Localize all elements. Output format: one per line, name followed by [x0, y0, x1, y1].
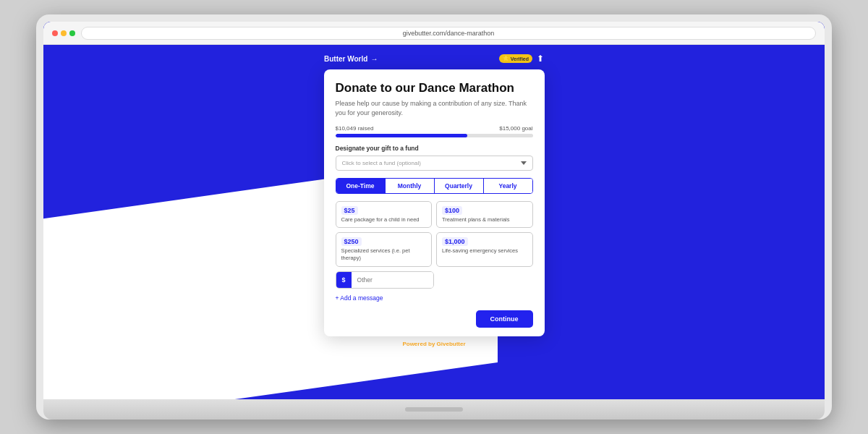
- amount-card-250[interactable]: $250 Specialized services (i.e. pet ther…: [336, 232, 433, 267]
- modal-subtitle: Please help our cause by making a contri…: [336, 99, 533, 117]
- amount-desc-250: Specialized services (i.e. pet therapy): [341, 247, 427, 262]
- progress-goal: $15,000 goal: [499, 125, 532, 132]
- frequency-tabs: One-Time Monthly Quarterly Yearly: [336, 178, 533, 194]
- amount-value-1000: $1,000: [442, 237, 468, 246]
- verified-label: Verified: [511, 56, 529, 61]
- content-area: Butter World → ⭐ Verified ⬆ Donate to ou…: [43, 45, 825, 399]
- brand-name: Butter World: [324, 55, 367, 63]
- tab-monthly[interactable]: Monthly: [385, 179, 434, 193]
- amount-desc-100: Treatment plans & materials: [442, 216, 527, 224]
- laptop-screen: givebutter.com/dance-marathon Butter Wor…: [43, 22, 825, 399]
- browser-url: givebutter.com/dance-marathon: [81, 27, 816, 40]
- amount-grid: $25 Care package for a child in need $10…: [336, 201, 533, 267]
- add-message-link[interactable]: + Add a message: [336, 294, 533, 302]
- laptop-notch: [405, 407, 463, 412]
- amount-value-250: $250: [341, 237, 362, 246]
- fund-select[interactable]: Click to select a fund (optional): [336, 156, 533, 171]
- btn-row: Continue: [336, 310, 533, 328]
- verified-badge: ⭐ Verified: [499, 54, 532, 63]
- progress-fill: [336, 134, 468, 137]
- verified-star: ⭐: [503, 56, 509, 61]
- amount-value-100: $100: [442, 206, 462, 215]
- amount-row-250: $250: [341, 237, 427, 246]
- amount-card-100[interactable]: $100 Treatment plans & materials: [436, 201, 533, 229]
- progress-bar: [336, 134, 533, 137]
- amount-row-1000: $1,000: [442, 237, 527, 246]
- amount-card-25[interactable]: $25 Care package for a child in need: [336, 201, 433, 229]
- donation-modal: Donate to our Dance Marathon Please help…: [324, 69, 545, 336]
- amount-desc-25: Care package for a child in need: [341, 216, 427, 224]
- tab-quarterly[interactable]: Quarterly: [434, 179, 483, 193]
- progress-row: $10,049 raised $15,000 goal: [336, 125, 533, 132]
- browser-dots: [52, 30, 75, 36]
- nav-brand: Butter World →: [324, 55, 378, 63]
- dot-green: [69, 30, 75, 36]
- nav-arrow: →: [370, 55, 378, 63]
- progress-raised: $10,049 raised: [336, 125, 374, 132]
- laptop: givebutter.com/dance-marathon Butter Wor…: [36, 14, 832, 420]
- browser-bar: givebutter.com/dance-marathon: [43, 22, 825, 45]
- dot-yellow: [61, 30, 67, 36]
- laptop-base: [43, 399, 825, 420]
- powered-by-text: Powered by: [402, 341, 435, 347]
- top-nav: Butter World → ⭐ Verified ⬆: [318, 51, 550, 67]
- custom-prefix: $: [336, 272, 352, 288]
- amount-value-25: $25: [341, 206, 358, 215]
- amount-row-25: $25: [341, 206, 427, 215]
- fund-label: Designate your gift to a fund: [336, 145, 533, 152]
- givebutter-brand: Givebutter: [437, 341, 466, 347]
- amount-card-1000[interactable]: $1,000 Life-saving emergency services: [436, 232, 533, 267]
- powered-by: Powered by Givebutter: [402, 336, 465, 350]
- tab-one-time[interactable]: One-Time: [336, 179, 385, 193]
- share-icon[interactable]: ⬆: [537, 54, 544, 64]
- amount-row-100: $100: [442, 206, 527, 215]
- amount-desc-1000: Life-saving emergency services: [442, 247, 527, 255]
- modal-title: Donate to our Dance Marathon: [336, 81, 533, 95]
- tab-yearly[interactable]: Yearly: [483, 179, 532, 193]
- continue-button[interactable]: Continue: [476, 310, 533, 328]
- custom-amount-input[interactable]: [352, 272, 433, 288]
- dot-red: [52, 30, 58, 36]
- nav-right: ⭐ Verified ⬆: [499, 54, 544, 64]
- custom-amount-row: $: [336, 271, 435, 289]
